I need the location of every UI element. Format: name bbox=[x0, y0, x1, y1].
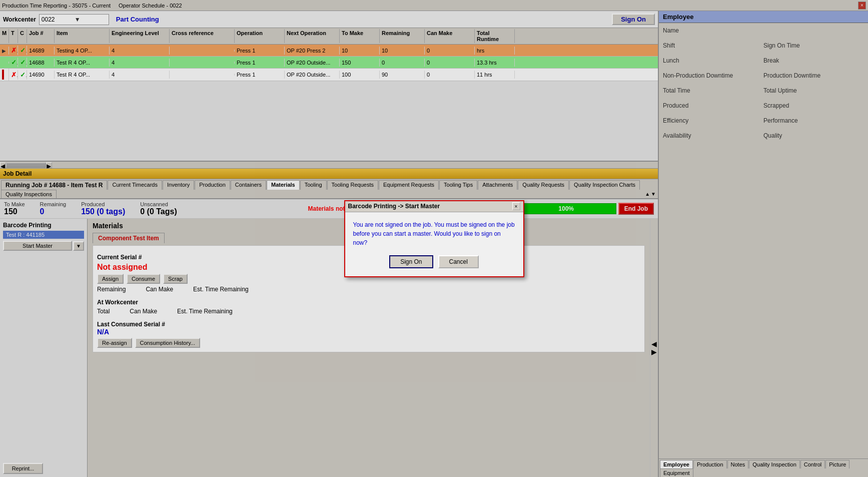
modal-close-button[interactable]: × bbox=[512, 202, 520, 210]
modal-body: You are not signed on the job. You must … bbox=[345, 212, 523, 276]
modal-buttons: Sign On Cancel bbox=[353, 255, 515, 268]
modal-overlay: Barcode Printing -> Start Master × You a… bbox=[0, 0, 868, 477]
modal-title: Barcode Printing -> Start Master bbox=[348, 203, 512, 210]
modal-message: You are not signed on the job. You must … bbox=[353, 220, 515, 247]
modal-title-bar: Barcode Printing -> Start Master × bbox=[345, 201, 523, 212]
modal-sign-on-button[interactable]: Sign On bbox=[389, 255, 433, 268]
modal-cancel-button[interactable]: Cancel bbox=[438, 255, 479, 268]
modal-dialog: Barcode Printing -> Start Master × You a… bbox=[344, 200, 524, 277]
